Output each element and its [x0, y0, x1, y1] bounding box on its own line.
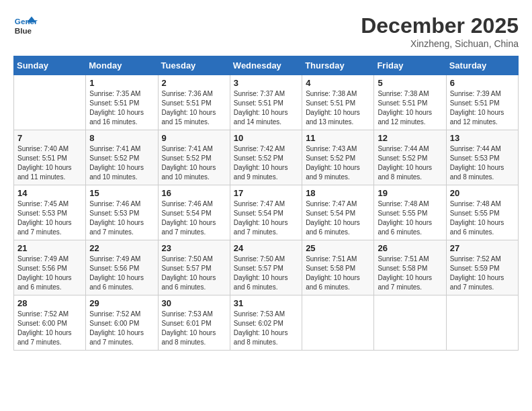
calendar-cell: 28Sunrise: 7:52 AM Sunset: 6:00 PM Dayli… [14, 295, 86, 351]
weekday-thursday: Thursday [302, 56, 374, 75]
calendar-cell [374, 295, 446, 351]
day-number: 20 [450, 188, 515, 198]
calendar-cell: 13Sunrise: 7:44 AM Sunset: 5:53 PM Dayli… [446, 130, 518, 185]
day-number: 2 [162, 78, 226, 88]
calendar-cell: 21Sunrise: 7:49 AM Sunset: 5:56 PM Dayli… [14, 240, 86, 295]
calendar-cell: 14Sunrise: 7:45 AM Sunset: 5:53 PM Dayli… [14, 185, 86, 240]
day-number: 1 [89, 78, 154, 88]
day-info: Sunrise: 7:46 AM Sunset: 5:53 PM Dayligh… [89, 199, 154, 237]
calendar-cell: 4Sunrise: 7:38 AM Sunset: 5:51 PM Daylig… [302, 75, 374, 130]
week-row-4: 21Sunrise: 7:49 AM Sunset: 5:56 PM Dayli… [14, 240, 519, 295]
calendar-cell: 12Sunrise: 7:44 AM Sunset: 5:52 PM Dayli… [374, 130, 446, 185]
day-info: Sunrise: 7:35 AM Sunset: 5:51 PM Dayligh… [89, 89, 154, 127]
day-info: Sunrise: 7:50 AM Sunset: 5:57 PM Dayligh… [162, 255, 226, 292]
day-number: 31 [234, 298, 298, 308]
day-info: Sunrise: 7:50 AM Sunset: 5:57 PM Dayligh… [234, 255, 298, 292]
day-info: Sunrise: 7:41 AM Sunset: 5:52 PM Dayligh… [89, 144, 154, 182]
week-row-2: 7Sunrise: 7:40 AM Sunset: 5:51 PM Daylig… [14, 130, 519, 185]
calendar-cell: 19Sunrise: 7:48 AM Sunset: 5:55 PM Dayli… [374, 185, 446, 240]
day-info: Sunrise: 7:38 AM Sunset: 5:51 PM Dayligh… [306, 89, 370, 127]
day-number: 3 [234, 78, 298, 88]
day-info: Sunrise: 7:40 AM Sunset: 5:51 PM Dayligh… [17, 144, 82, 182]
day-info: Sunrise: 7:42 AM Sunset: 5:52 PM Dayligh… [234, 144, 298, 182]
day-info: Sunrise: 7:48 AM Sunset: 5:55 PM Dayligh… [378, 199, 442, 237]
calendar-cell: 24Sunrise: 7:50 AM Sunset: 5:57 PM Dayli… [230, 240, 302, 295]
day-number: 14 [17, 188, 82, 198]
calendar-cell: 29Sunrise: 7:52 AM Sunset: 6:00 PM Dayli… [86, 295, 158, 351]
week-row-1: 1Sunrise: 7:35 AM Sunset: 5:51 PM Daylig… [14, 75, 519, 130]
day-info: Sunrise: 7:51 AM Sunset: 5:58 PM Dayligh… [378, 255, 442, 292]
calendar-cell: 3Sunrise: 7:37 AM Sunset: 5:51 PM Daylig… [230, 75, 302, 130]
calendar-cell: 7Sunrise: 7:40 AM Sunset: 5:51 PM Daylig… [14, 130, 86, 185]
calendar-cell [446, 295, 518, 351]
calendar-cell: 20Sunrise: 7:48 AM Sunset: 5:55 PM Dayli… [446, 185, 518, 240]
calendar-cell: 10Sunrise: 7:42 AM Sunset: 5:52 PM Dayli… [230, 130, 302, 185]
day-number: 13 [450, 133, 515, 143]
calendar-cell [14, 75, 86, 130]
day-info: Sunrise: 7:36 AM Sunset: 5:51 PM Dayligh… [162, 89, 226, 127]
calendar-cell: 5Sunrise: 7:38 AM Sunset: 5:51 PM Daylig… [374, 75, 446, 130]
calendar-cell [302, 295, 374, 351]
calendar-cell: 30Sunrise: 7:53 AM Sunset: 6:01 PM Dayli… [158, 295, 230, 351]
day-info: Sunrise: 7:51 AM Sunset: 5:58 PM Dayligh… [306, 255, 370, 292]
day-info: Sunrise: 7:53 AM Sunset: 6:01 PM Dayligh… [162, 310, 226, 347]
day-info: Sunrise: 7:47 AM Sunset: 5:54 PM Dayligh… [306, 199, 370, 237]
day-number: 17 [234, 188, 298, 198]
calendar-cell: 15Sunrise: 7:46 AM Sunset: 5:53 PM Dayli… [86, 185, 158, 240]
calendar-cell: 27Sunrise: 7:52 AM Sunset: 5:59 PM Dayli… [446, 240, 518, 295]
day-number: 28 [17, 298, 82, 308]
day-info: Sunrise: 7:52 AM Sunset: 6:00 PM Dayligh… [89, 310, 154, 347]
day-info: Sunrise: 7:44 AM Sunset: 5:53 PM Dayligh… [450, 144, 515, 182]
location: Xinzheng, Sichuan, China [361, 38, 519, 49]
day-info: Sunrise: 7:44 AM Sunset: 5:52 PM Dayligh… [378, 144, 442, 182]
day-info: Sunrise: 7:38 AM Sunset: 5:51 PM Dayligh… [378, 89, 442, 127]
day-number: 7 [17, 133, 82, 143]
weekday-saturday: Saturday [446, 56, 518, 75]
calendar-cell: 22Sunrise: 7:49 AM Sunset: 5:56 PM Dayli… [86, 240, 158, 295]
day-info: Sunrise: 7:45 AM Sunset: 5:53 PM Dayligh… [17, 199, 82, 237]
calendar-cell: 9Sunrise: 7:41 AM Sunset: 5:52 PM Daylig… [158, 130, 230, 185]
day-info: Sunrise: 7:41 AM Sunset: 5:52 PM Dayligh… [162, 144, 226, 182]
weekday-wednesday: Wednesday [230, 56, 302, 75]
day-number: 5 [378, 78, 442, 88]
day-number: 9 [162, 133, 226, 143]
calendar-cell: 25Sunrise: 7:51 AM Sunset: 5:58 PM Dayli… [302, 240, 374, 295]
day-number: 8 [89, 133, 154, 143]
day-number: 19 [378, 188, 442, 198]
calendar-cell: 26Sunrise: 7:51 AM Sunset: 5:58 PM Dayli… [374, 240, 446, 295]
weekday-tuesday: Tuesday [158, 56, 230, 75]
day-info: Sunrise: 7:43 AM Sunset: 5:52 PM Dayligh… [306, 144, 370, 182]
logo: General Blue [13, 13, 38, 38]
weekday-sunday: Sunday [14, 56, 86, 75]
calendar-cell: 8Sunrise: 7:41 AM Sunset: 5:52 PM Daylig… [86, 130, 158, 185]
day-number: 16 [162, 188, 226, 198]
day-number: 6 [450, 78, 515, 88]
calendar-cell: 1Sunrise: 7:35 AM Sunset: 5:51 PM Daylig… [86, 75, 158, 130]
day-info: Sunrise: 7:48 AM Sunset: 5:55 PM Dayligh… [450, 199, 515, 237]
day-number: 27 [450, 243, 515, 253]
calendar-cell: 2Sunrise: 7:36 AM Sunset: 5:51 PM Daylig… [158, 75, 230, 130]
day-number: 29 [89, 298, 154, 308]
calendar-cell: 6Sunrise: 7:39 AM Sunset: 5:51 PM Daylig… [446, 75, 518, 130]
day-info: Sunrise: 7:49 AM Sunset: 5:56 PM Dayligh… [17, 255, 82, 292]
weekday-header-row: SundayMondayTuesdayWednesdayThursdayFrid… [14, 56, 519, 75]
day-number: 22 [89, 243, 154, 253]
calendar-cell: 31Sunrise: 7:53 AM Sunset: 6:02 PM Dayli… [230, 295, 302, 351]
day-info: Sunrise: 7:46 AM Sunset: 5:54 PM Dayligh… [162, 199, 226, 237]
svg-text:Blue: Blue [15, 26, 32, 35]
day-number: 12 [378, 133, 442, 143]
day-number: 15 [89, 188, 154, 198]
day-number: 21 [17, 243, 82, 253]
calendar-body: 1Sunrise: 7:35 AM Sunset: 5:51 PM Daylig… [14, 75, 519, 351]
day-number: 25 [306, 243, 370, 253]
day-number: 30 [162, 298, 226, 308]
weekday-friday: Friday [374, 56, 446, 75]
calendar-cell: 11Sunrise: 7:43 AM Sunset: 5:52 PM Dayli… [302, 130, 374, 185]
calendar-cell: 23Sunrise: 7:50 AM Sunset: 5:57 PM Dayli… [158, 240, 230, 295]
week-row-5: 28Sunrise: 7:52 AM Sunset: 6:00 PM Dayli… [14, 295, 519, 351]
day-info: Sunrise: 7:37 AM Sunset: 5:51 PM Dayligh… [234, 89, 298, 127]
title-block: December 2025 Xinzheng, Sichuan, China [361, 13, 519, 49]
day-number: 24 [234, 243, 298, 253]
logo-icon: General Blue [13, 13, 38, 38]
day-number: 18 [306, 188, 370, 198]
